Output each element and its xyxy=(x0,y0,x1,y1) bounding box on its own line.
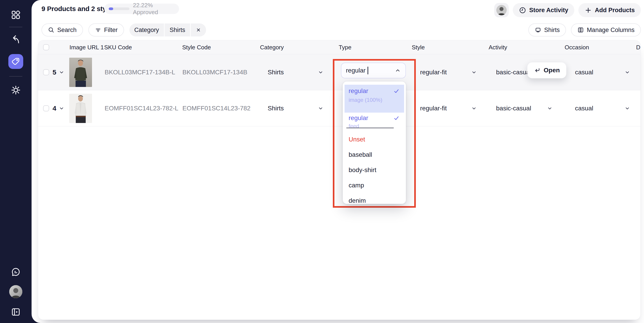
dropdown-divider xyxy=(346,128,394,128)
filter-chip-value[interactable]: Shirts xyxy=(164,23,190,36)
plus-icon xyxy=(584,6,592,14)
filter-label: Filter xyxy=(104,26,118,33)
columns-icon xyxy=(577,26,584,33)
check-icon xyxy=(393,115,400,121)
chevron-down-icon xyxy=(59,105,64,111)
sku-code[interactable]: BKOLL03MCF17-134B-L xyxy=(105,69,175,76)
view-shirts-button[interactable]: Shirts xyxy=(528,23,566,36)
col-style: Style xyxy=(412,44,425,51)
occasion-value[interactable]: casual xyxy=(575,105,593,112)
add-products-button[interactable]: Add Products xyxy=(578,3,641,17)
row-expand[interactable]: 5 xyxy=(52,68,64,76)
activity-value[interactable]: basic-casual xyxy=(496,69,531,76)
category-dropdown-chevron[interactable] xyxy=(318,105,324,111)
filter-chip-field[interactable]: Category xyxy=(130,23,164,36)
sidebar-item-products-active[interactable] xyxy=(8,54,23,69)
products-table: Image URL 1 SKU Code Style Code Category… xyxy=(38,40,640,320)
avatar-photo xyxy=(9,285,22,298)
approval-progress: 22.22% Approved xyxy=(104,3,179,14)
col-style-code: Style Code xyxy=(182,44,211,51)
col-category: Category xyxy=(260,44,284,51)
store-activity-button[interactable]: Store Activity xyxy=(513,3,574,17)
apps-grid-icon[interactable] xyxy=(10,10,21,20)
filter-chip-category: Category Shirts xyxy=(130,23,206,36)
tag-icon xyxy=(11,57,20,66)
display-icon xyxy=(535,26,542,33)
activity-value[interactable]: basic-casual xyxy=(496,105,531,112)
sidebar xyxy=(0,0,32,323)
progress-fill xyxy=(109,7,113,10)
store-activity-label: Store Activity xyxy=(529,7,568,14)
style-value[interactable]: regular-fit xyxy=(420,69,447,76)
check-icon xyxy=(393,88,400,94)
manage-columns-button[interactable]: Manage Columns xyxy=(571,23,641,36)
filter-button[interactable]: Filter xyxy=(88,23,124,36)
sidebar-divider xyxy=(9,76,22,77)
select-all-checkbox[interactable] xyxy=(43,44,49,50)
table-row: 4 EOMFF01SC14L23-782-L EOMFF01SC14L23-78… xyxy=(38,90,640,126)
dropdown-option[interactable]: denim xyxy=(348,197,366,204)
type-dropdown-menu: regular image (100%) regular feed Unset … xyxy=(343,81,406,204)
type-edit-input[interactable]: regular xyxy=(341,63,406,78)
panel-open-icon[interactable] xyxy=(10,307,21,317)
style-code[interactable]: BKOLL03MCF17-134B xyxy=(182,69,247,76)
search-icon xyxy=(48,26,54,33)
occasion-dropdown-chevron[interactable] xyxy=(624,105,630,111)
dropdown-option[interactable]: body-shirt xyxy=(348,166,376,174)
row-checkbox[interactable] xyxy=(43,69,49,75)
sidebar-user-avatar[interactable] xyxy=(9,285,22,298)
search-label: Search xyxy=(57,26,77,33)
clock-icon xyxy=(519,6,526,14)
sidebar-divider xyxy=(9,27,22,27)
progress-label: 22.22% Approved xyxy=(133,2,179,16)
col-partial: D xyxy=(636,44,640,51)
dropdown-option[interactable]: regular xyxy=(348,114,368,122)
product-image[interactable] xyxy=(69,58,92,87)
category-value[interactable]: Shirts xyxy=(268,69,284,76)
undo-icon[interactable] xyxy=(10,34,21,45)
category-dropdown-chevron[interactable] xyxy=(318,69,324,75)
col-type: Type xyxy=(339,44,351,51)
col-occasion: Occasion xyxy=(565,44,589,51)
avatar xyxy=(496,5,507,15)
filter-chip-remove[interactable] xyxy=(191,23,206,36)
close-icon xyxy=(196,27,201,33)
row-number: 5 xyxy=(52,68,56,76)
user-avatar-button[interactable] xyxy=(494,3,509,17)
add-products-label: Add Products xyxy=(595,7,635,14)
search-button[interactable]: Search xyxy=(42,23,83,36)
occasion-dropdown-chevron[interactable] xyxy=(624,69,630,75)
style-code[interactable]: EOMFF01SC14L23-782 xyxy=(182,105,250,112)
enter-icon xyxy=(534,67,540,74)
style-dropdown-chevron[interactable] xyxy=(471,69,477,75)
dropdown-option-sublabel: image (100%) xyxy=(348,97,382,103)
product-image[interactable] xyxy=(69,94,92,123)
open-tooltip-button[interactable]: Open xyxy=(527,62,566,78)
dropdown-option[interactable]: regular xyxy=(348,87,368,95)
chat-icon[interactable] xyxy=(10,267,21,277)
activity-dropdown-chevron[interactable] xyxy=(547,105,553,111)
style-dropdown-chevron[interactable] xyxy=(471,105,477,111)
chevron-down-icon xyxy=(59,69,64,75)
open-label: Open xyxy=(544,67,560,74)
main-content: 9 Products and 2 styles 22.22% Approved … xyxy=(32,0,644,323)
manage-columns-label: Manage Columns xyxy=(587,26,634,33)
text-caret xyxy=(368,67,368,74)
gear-icon[interactable] xyxy=(10,85,21,95)
dropdown-option[interactable]: camp xyxy=(348,182,364,189)
occasion-value[interactable]: casual xyxy=(575,69,593,76)
dropdown-option-sublabel: feed xyxy=(348,123,359,129)
chevron-up-icon[interactable] xyxy=(394,67,401,74)
dropdown-option-unset[interactable]: Unset xyxy=(348,136,365,143)
category-value[interactable]: Shirts xyxy=(268,105,284,112)
type-input-value: regular xyxy=(346,67,366,74)
style-value[interactable]: regular-fit xyxy=(420,105,447,112)
row-expand[interactable]: 4 xyxy=(52,104,64,112)
row-checkbox[interactable] xyxy=(43,105,49,111)
view-shirts-label: Shirts xyxy=(544,26,560,33)
col-sku-code: SKU Code xyxy=(104,44,132,51)
dropdown-option[interactable]: baseball xyxy=(348,151,372,158)
sku-code[interactable]: EOMFF01SC14L23-782-L xyxy=(105,105,178,112)
progress-track xyxy=(109,7,130,10)
col-activity: Activity xyxy=(489,44,507,51)
